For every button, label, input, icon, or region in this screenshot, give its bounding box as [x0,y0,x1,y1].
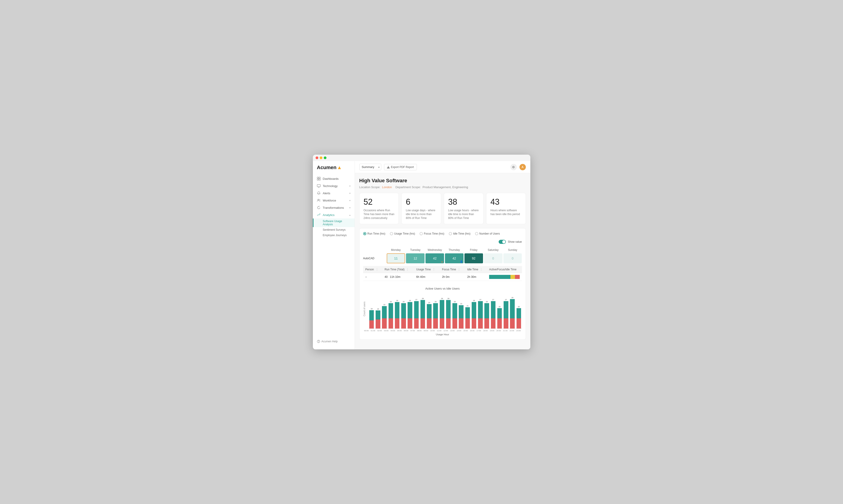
kpi-desc-0: Occasions where Run Time has been more t… [364,209,394,220]
day-header-sun: Sunday [504,248,522,252]
x-label-13: 13:00 [449,330,456,332]
export-label: Export PDF Report [391,165,414,169]
day-cell-fri-value: 92 [472,256,476,260]
radio-run-time-label: Run Time (hrs) [367,232,385,235]
x-label-14: 14:00 [456,330,462,332]
bar-total-label-12: 28 [447,298,450,300]
help-label: Acumen Help [321,340,338,343]
bar-total-label-3: 25 [390,301,392,303]
bar-total-label-15: 21 [467,305,469,307]
bar-total-label-0: 18 [371,308,373,310]
grid-icon [317,177,320,180]
bar-total-label-19: 27 [492,299,494,301]
focustime-col-menu[interactable]: ⋮ [458,268,460,271]
active-bar-7 [414,301,419,318]
logo: Acumen▲ [313,165,354,175]
bar-group-23: 20 [516,306,522,328]
sidebar-sub-software-usage[interactable]: Software Usage Analysis [313,218,354,227]
warning-person-icon: ▲ [441,260,443,263]
maximize-button[interactable] [324,157,327,159]
logo-accent: ▲ [337,165,342,170]
idle-bar-18 [485,318,489,328]
sidebar-item-technology[interactable]: Technology ▾ [313,182,354,190]
employee-journeys-label: Employee Journeys [323,234,347,237]
sidebar-item-transformations[interactable]: Transformations ▾ [313,204,354,211]
col-usage-time: Usage Time ⋮ [414,266,440,273]
minimize-button[interactable] [320,157,322,159]
day-cell-sun[interactable]: 0 [504,253,522,263]
export-button[interactable]: Export PDF Report [384,164,417,170]
day-cell-thu-value: 42 [453,256,456,260]
bar-group-17: 27 [477,299,484,328]
close-button[interactable] [316,157,318,159]
bar-group-9: 24 [426,302,432,328]
day-header-fri: Friday [464,248,483,252]
sidebar-item-alerts[interactable]: Alerts ▾ [313,190,354,197]
radio-usage-time[interactable]: Usage Time (hrs) [390,232,415,235]
x-label-16: 16:00 [469,330,476,332]
radio-num-users-label: Number of Users [479,232,500,235]
sidebar-item-analytics[interactable]: Analytics ▴ [313,211,354,218]
idletime-col-menu[interactable]: ⋮ [480,268,482,271]
bar-total-label-14: 23 [460,303,462,305]
bar-total-label-4: 26 [396,300,398,302]
app-layout: Acumen▲ Dashboards Technology ▾ [313,161,530,349]
bar-focus-segment [510,275,515,279]
runtime-col-menu[interactable]: ⋮ [406,268,409,271]
usage-table: Person ⋮ Run Time (Total) ⋮ Usage Time ⋮… [363,266,522,281]
day-cell-tue[interactable]: 12 [406,253,425,263]
radio-run-time[interactable]: Run Time (hrs) [363,232,385,235]
radio-num-users[interactable]: Number of Users [475,232,500,235]
cell-person: – [363,273,382,281]
bar-stack-13 [452,303,458,328]
radio-focus-time[interactable]: Focus Time (hrs) [420,232,444,235]
usagetime-col-menu[interactable]: ⋮ [433,268,435,271]
ok-person-icon: 👤 [460,260,463,263]
user-avatar[interactable]: A [520,164,526,170]
sidebar-item-workforce[interactable]: Workforce ▾ [313,197,354,204]
day-cell-mon[interactable]: 11 [387,253,405,263]
active-bar-14 [459,305,463,318]
bar-group-18: 25 [484,301,490,328]
bar-x-labels: 00:0001:0002:0003:0004:0005:0006:0007:00… [363,329,522,332]
bar-group-10: 25 [433,301,439,328]
x-label-20: 20:00 [495,330,502,332]
bar-group-0: 18 [369,308,375,328]
active-bar-1 [375,310,380,320]
view-select[interactable]: Summary Detailed Executive [359,164,381,170]
settings-button[interactable]: ⚙ [510,164,517,170]
bar-active-segment [489,275,510,279]
day-cell-thu[interactable]: 42 👤 [445,253,463,263]
bar-group-21: 27 [503,299,509,328]
bar-total-label-22: 29 [511,296,513,299]
day-cell-sat[interactable]: 0 [484,253,503,263]
active-bar-3 [388,303,393,318]
active-bar-15 [466,307,470,318]
sidebar-item-dashboards[interactable]: Dashboards [313,175,354,182]
idle-bar-16 [472,318,476,328]
bar-stack-19 [490,301,496,328]
active-bar-4 [395,302,399,318]
show-value-toggle[interactable] [499,240,506,244]
x-label-2: 02:00 [376,330,383,332]
sidebar-sub-employee-journeys[interactable]: Employee Journeys [313,233,354,238]
idle-bar-0 [369,320,374,328]
radio-usage-time-label: Usage Time (hrs) [394,232,415,235]
cell-focus-time: 2h 0m [440,273,465,281]
bar-stack-5 [401,303,407,328]
radio-idle-time[interactable]: Idle Time (hrs) [449,232,471,235]
day-cell-wed[interactable]: 42 ▲ [425,253,444,263]
sidebar-footer[interactable]: Acumen Help [313,337,354,346]
col-run-time: Run Time (Total) ⋮ [382,266,414,273]
users-icon [317,199,320,202]
bar-total-label-5: 25 [403,301,405,303]
person-col-menu[interactable]: ⋮ [375,268,378,271]
x-axis-label: Usage Hour [363,333,522,336]
kpi-number-0: 52 [364,197,394,207]
kpi-number-1: 6 [406,197,437,207]
col-person: Person ⋮ [363,266,382,273]
sidebar-sub-sentiment[interactable]: Sentiment Surveys [313,227,354,233]
show-value-label: Show value [508,240,522,244]
day-cell-fri[interactable]: 92 [464,253,483,263]
x-label-15: 15:00 [462,330,469,332]
